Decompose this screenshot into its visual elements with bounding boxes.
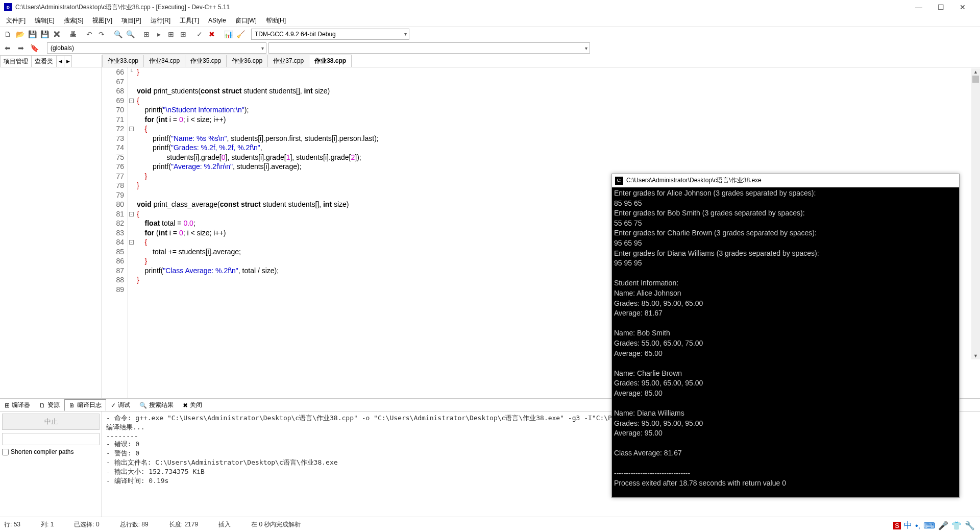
stop-icon[interactable]: ✖ bbox=[206, 29, 217, 40]
find-icon[interactable]: 🔍 bbox=[112, 29, 124, 40]
menu-视图[V][interactable]: 视图[V] bbox=[88, 15, 116, 26]
status-line: 行: 53 bbox=[4, 520, 20, 529]
ime-icon[interactable]: S bbox=[893, 522, 901, 529]
status-parse: 在 0 秒内完成解析 bbox=[251, 520, 301, 529]
menu-窗口[W][interactable]: 窗口[W] bbox=[231, 15, 261, 26]
rebuild-icon[interactable]: ⊞ bbox=[178, 29, 189, 40]
bookmark-icon[interactable]: 🔖 bbox=[29, 42, 40, 54]
file-tab[interactable]: 作业36.cpp bbox=[226, 55, 268, 67]
scroll-up-icon[interactable]: ▲ bbox=[971, 68, 980, 76]
editor-scrollbar[interactable]: ▲ ▼ bbox=[971, 68, 980, 359]
nav-back-icon[interactable]: ⬅ bbox=[2, 42, 13, 54]
menu-帮助[H][interactable]: 帮助[H] bbox=[262, 15, 290, 26]
tab-project[interactable]: 项目管理 bbox=[0, 55, 32, 67]
minimize-button[interactable]: — bbox=[915, 3, 922, 11]
console-output: Enter grades for Alice Johnson (3 grades… bbox=[612, 187, 959, 497]
clear-icon[interactable]: 🧹 bbox=[235, 29, 246, 40]
bottom-tab-1[interactable]: 🗋 资源 bbox=[35, 399, 64, 411]
secondary-toolbar: ⬅ ➡ 🔖 (globals) bbox=[0, 41, 980, 55]
profile-icon[interactable]: 📊 bbox=[223, 29, 234, 40]
console-icon: C: bbox=[615, 177, 623, 185]
file-tab[interactable]: 作业35.cpp bbox=[185, 55, 227, 67]
redo-icon[interactable]: ↷ bbox=[96, 29, 107, 40]
run-icon[interactable]: ▸ bbox=[153, 29, 164, 40]
menu-AStyle[interactable]: AStyle bbox=[204, 16, 230, 25]
scroll-thumb[interactable] bbox=[972, 76, 979, 83]
bottom-tab-0[interactable]: ⊞ 编译器 bbox=[0, 399, 35, 411]
close-file-icon[interactable]: 🗙 bbox=[51, 29, 62, 40]
ime-lang-icon[interactable]: 中 bbox=[904, 520, 912, 531]
file-tabs: 作业33.cpp作业34.cpp作业35.cpp作业36.cpp作业37.cpp… bbox=[102, 55, 980, 67]
tab-scroll-right[interactable]: ▶ bbox=[64, 55, 72, 67]
system-tray: S 中 •, ⌨ 🎤 👕 🔧 bbox=[893, 520, 975, 531]
ime-skin-icon[interactable]: 👕 bbox=[951, 521, 962, 530]
left-panel: 项目管理 查看类 ◀ ▶ bbox=[0, 55, 102, 398]
tab-scroll-left[interactable]: ◀ bbox=[56, 55, 64, 67]
undo-icon[interactable]: ↶ bbox=[84, 29, 95, 40]
window-title: C:\Users\Administrator\Desktop\c语言\作业38.… bbox=[15, 3, 230, 12]
shorten-paths-checkbox[interactable]: Shorten compiler paths bbox=[2, 448, 100, 455]
print-icon[interactable]: 🖶 bbox=[67, 29, 79, 40]
menu-编辑[E][interactable]: 编辑[E] bbox=[31, 15, 59, 26]
bottom-tab-5[interactable]: ✖ 关闭 bbox=[178, 399, 207, 411]
menu-文件[F][interactable]: 文件[F] bbox=[2, 15, 30, 26]
ime-keyboard-icon[interactable]: ⌨ bbox=[923, 521, 935, 530]
open-file-icon[interactable]: 📂 bbox=[14, 29, 26, 40]
file-tab[interactable]: 作业33.cpp bbox=[102, 55, 144, 67]
status-sel: 已选择: 0 bbox=[74, 520, 99, 529]
status-col: 列: 1 bbox=[41, 520, 54, 529]
main-toolbar: 🗋 📂 💾 💾 🗙 🖶 ↶ ↷ 🔍 🔍 ⊞ ▸ ⊞ ⊞ ✓ ✖ 📊 🧹 TDM-… bbox=[0, 27, 980, 41]
tab-class-view[interactable]: 查看类 bbox=[31, 55, 57, 67]
titlebar: D C:\Users\Administrator\Desktop\c语言\作业3… bbox=[0, 0, 980, 14]
status-len: 长度: 2179 bbox=[169, 520, 198, 529]
console-titlebar[interactable]: C: C:\Users\Administrator\Desktop\c语言\作业… bbox=[612, 174, 959, 187]
file-tab[interactable]: 作业34.cpp bbox=[143, 55, 185, 67]
ime-tool-icon[interactable]: 🔧 bbox=[965, 521, 975, 530]
nav-fwd-icon[interactable]: ➡ bbox=[15, 42, 27, 54]
app-icon: D bbox=[4, 3, 12, 11]
compile-icon[interactable]: ⊞ bbox=[141, 29, 152, 40]
compiler-combo[interactable]: TDM-GCC 4.9.2 64-bit Debug bbox=[251, 29, 409, 40]
debug-icon[interactable]: ✓ bbox=[194, 29, 205, 40]
menubar: 文件[F]编辑[E]搜索[S]视图[V]项目[P]运行[R]工具[T]AStyl… bbox=[0, 14, 980, 27]
status-mode: 插入 bbox=[218, 520, 231, 529]
status-total: 总行数: 89 bbox=[120, 520, 149, 529]
menu-搜索[S][interactable]: 搜索[S] bbox=[60, 15, 88, 26]
globals-combo[interactable]: (globals) bbox=[47, 42, 266, 54]
ime-punct-icon[interactable]: •, bbox=[915, 521, 920, 530]
bottom-tab-2[interactable]: 🗎 编译日志 bbox=[64, 399, 106, 411]
menu-运行[R][interactable]: 运行[R] bbox=[146, 15, 175, 26]
symbol-combo[interactable] bbox=[268, 42, 590, 54]
console-title-text: C:\Users\Administrator\Desktop\c语言\作业38.… bbox=[626, 176, 762, 186]
file-tab[interactable]: 作业37.cpp bbox=[267, 55, 309, 67]
scroll-down-icon[interactable]: ▼ bbox=[971, 352, 980, 359]
close-button[interactable]: ✕ bbox=[960, 3, 966, 11]
abort-button[interactable]: 中止 bbox=[2, 414, 100, 430]
bottom-tab-3[interactable]: ✓ 调试 bbox=[106, 399, 135, 411]
new-file-icon[interactable]: 🗋 bbox=[2, 29, 13, 40]
project-tree[interactable] bbox=[0, 67, 102, 398]
bottom-tab-4[interactable]: 🔍 搜索结果 bbox=[135, 399, 178, 411]
ime-mic-icon[interactable]: 🎤 bbox=[938, 521, 948, 530]
replace-icon[interactable]: 🔍 bbox=[125, 29, 136, 40]
compile-run-icon[interactable]: ⊞ bbox=[165, 29, 177, 40]
compiler-filter-input[interactable] bbox=[2, 433, 100, 445]
save-icon[interactable]: 💾 bbox=[27, 29, 38, 40]
menu-项目[P][interactable]: 项目[P] bbox=[117, 15, 145, 26]
console-window[interactable]: C: C:\Users\Administrator\Desktop\c语言\作业… bbox=[611, 174, 960, 498]
maximize-button[interactable]: ☐ bbox=[938, 3, 944, 11]
file-tab[interactable]: 作业38.cpp bbox=[309, 55, 352, 67]
statusbar: 行: 53 列: 1 已选择: 0 总行数: 89 长度: 2179 插入 在 … bbox=[0, 517, 980, 532]
menu-工具[T][interactable]: 工具[T] bbox=[176, 15, 203, 26]
save-all-icon[interactable]: 💾 bbox=[39, 29, 50, 40]
